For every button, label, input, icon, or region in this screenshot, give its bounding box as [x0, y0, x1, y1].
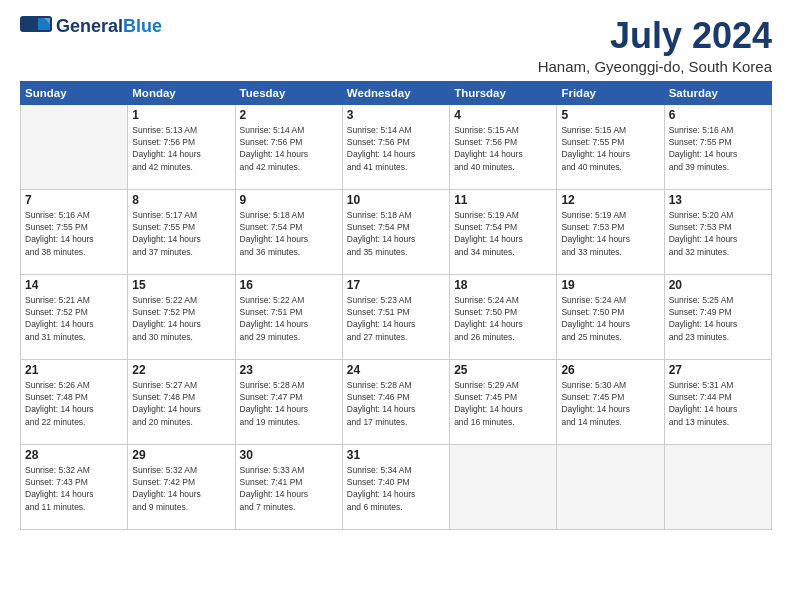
day-number: 2 [240, 108, 338, 122]
cell-info: Sunrise: 5:21 AM Sunset: 7:52 PM Dayligh… [25, 294, 123, 343]
col-sunday: Sunday [21, 81, 128, 104]
cell-info: Sunrise: 5:25 AM Sunset: 7:49 PM Dayligh… [669, 294, 767, 343]
calendar-cell: 27Sunrise: 5:31 AM Sunset: 7:44 PM Dayli… [664, 359, 771, 444]
cell-info: Sunrise: 5:15 AM Sunset: 7:55 PM Dayligh… [561, 124, 659, 173]
calendar-cell: 26Sunrise: 5:30 AM Sunset: 7:45 PM Dayli… [557, 359, 664, 444]
logo: GeneralBlue [20, 16, 162, 38]
cell-info: Sunrise: 5:24 AM Sunset: 7:50 PM Dayligh… [454, 294, 552, 343]
calendar-cell: 4Sunrise: 5:15 AM Sunset: 7:56 PM Daylig… [450, 104, 557, 189]
calendar-cell: 24Sunrise: 5:28 AM Sunset: 7:46 PM Dayli… [342, 359, 449, 444]
calendar-table: Sunday Monday Tuesday Wednesday Thursday… [20, 81, 772, 530]
calendar-cell [450, 444, 557, 529]
cell-info: Sunrise: 5:29 AM Sunset: 7:45 PM Dayligh… [454, 379, 552, 428]
calendar-cell: 29Sunrise: 5:32 AM Sunset: 7:42 PM Dayli… [128, 444, 235, 529]
day-number: 17 [347, 278, 445, 292]
cell-info: Sunrise: 5:16 AM Sunset: 7:55 PM Dayligh… [669, 124, 767, 173]
calendar-cell: 22Sunrise: 5:27 AM Sunset: 7:48 PM Dayli… [128, 359, 235, 444]
day-number: 15 [132, 278, 230, 292]
col-wednesday: Wednesday [342, 81, 449, 104]
day-number: 14 [25, 278, 123, 292]
day-number: 9 [240, 193, 338, 207]
day-number: 11 [454, 193, 552, 207]
cell-info: Sunrise: 5:19 AM Sunset: 7:54 PM Dayligh… [454, 209, 552, 258]
logo-text: GeneralBlue [56, 17, 162, 37]
calendar-header-row: Sunday Monday Tuesday Wednesday Thursday… [21, 81, 772, 104]
day-number: 7 [25, 193, 123, 207]
calendar-cell: 2Sunrise: 5:14 AM Sunset: 7:56 PM Daylig… [235, 104, 342, 189]
calendar-cell: 7Sunrise: 5:16 AM Sunset: 7:55 PM Daylig… [21, 189, 128, 274]
cell-info: Sunrise: 5:16 AM Sunset: 7:55 PM Dayligh… [25, 209, 123, 258]
cell-info: Sunrise: 5:32 AM Sunset: 7:42 PM Dayligh… [132, 464, 230, 513]
day-number: 27 [669, 363, 767, 377]
day-number: 31 [347, 448, 445, 462]
col-monday: Monday [128, 81, 235, 104]
calendar-cell: 9Sunrise: 5:18 AM Sunset: 7:54 PM Daylig… [235, 189, 342, 274]
calendar-cell: 28Sunrise: 5:32 AM Sunset: 7:43 PM Dayli… [21, 444, 128, 529]
location: Hanam, Gyeonggi-do, South Korea [538, 58, 772, 75]
calendar-week-2: 7Sunrise: 5:16 AM Sunset: 7:55 PM Daylig… [21, 189, 772, 274]
day-number: 28 [25, 448, 123, 462]
cell-info: Sunrise: 5:23 AM Sunset: 7:51 PM Dayligh… [347, 294, 445, 343]
calendar-cell: 16Sunrise: 5:22 AM Sunset: 7:51 PM Dayli… [235, 274, 342, 359]
calendar-cell: 11Sunrise: 5:19 AM Sunset: 7:54 PM Dayli… [450, 189, 557, 274]
col-tuesday: Tuesday [235, 81, 342, 104]
day-number: 16 [240, 278, 338, 292]
calendar-cell: 10Sunrise: 5:18 AM Sunset: 7:54 PM Dayli… [342, 189, 449, 274]
day-number: 25 [454, 363, 552, 377]
calendar-cell: 8Sunrise: 5:17 AM Sunset: 7:55 PM Daylig… [128, 189, 235, 274]
col-thursday: Thursday [450, 81, 557, 104]
cell-info: Sunrise: 5:24 AM Sunset: 7:50 PM Dayligh… [561, 294, 659, 343]
calendar-cell: 25Sunrise: 5:29 AM Sunset: 7:45 PM Dayli… [450, 359, 557, 444]
day-number: 24 [347, 363, 445, 377]
calendar-cell [21, 104, 128, 189]
cell-info: Sunrise: 5:18 AM Sunset: 7:54 PM Dayligh… [347, 209, 445, 258]
month-title: July 2024 [538, 16, 772, 56]
calendar-cell: 5Sunrise: 5:15 AM Sunset: 7:55 PM Daylig… [557, 104, 664, 189]
day-number: 22 [132, 363, 230, 377]
calendar-cell: 6Sunrise: 5:16 AM Sunset: 7:55 PM Daylig… [664, 104, 771, 189]
day-number: 23 [240, 363, 338, 377]
day-number: 5 [561, 108, 659, 122]
day-number: 20 [669, 278, 767, 292]
day-number: 29 [132, 448, 230, 462]
cell-info: Sunrise: 5:14 AM Sunset: 7:56 PM Dayligh… [240, 124, 338, 173]
calendar-cell: 15Sunrise: 5:22 AM Sunset: 7:52 PM Dayli… [128, 274, 235, 359]
calendar-cell: 23Sunrise: 5:28 AM Sunset: 7:47 PM Dayli… [235, 359, 342, 444]
cell-info: Sunrise: 5:31 AM Sunset: 7:44 PM Dayligh… [669, 379, 767, 428]
cell-info: Sunrise: 5:26 AM Sunset: 7:48 PM Dayligh… [25, 379, 123, 428]
cell-info: Sunrise: 5:28 AM Sunset: 7:46 PM Dayligh… [347, 379, 445, 428]
calendar-week-4: 21Sunrise: 5:26 AM Sunset: 7:48 PM Dayli… [21, 359, 772, 444]
header: GeneralBlue July 2024 Hanam, Gyeonggi-do… [20, 16, 772, 75]
calendar-cell: 17Sunrise: 5:23 AM Sunset: 7:51 PM Dayli… [342, 274, 449, 359]
cell-info: Sunrise: 5:17 AM Sunset: 7:55 PM Dayligh… [132, 209, 230, 258]
calendar-cell [557, 444, 664, 529]
day-number: 10 [347, 193, 445, 207]
cell-info: Sunrise: 5:33 AM Sunset: 7:41 PM Dayligh… [240, 464, 338, 513]
day-number: 19 [561, 278, 659, 292]
day-number: 3 [347, 108, 445, 122]
day-number: 6 [669, 108, 767, 122]
logo-general: General [56, 16, 123, 36]
day-number: 30 [240, 448, 338, 462]
cell-info: Sunrise: 5:32 AM Sunset: 7:43 PM Dayligh… [25, 464, 123, 513]
day-number: 4 [454, 108, 552, 122]
calendar-week-3: 14Sunrise: 5:21 AM Sunset: 7:52 PM Dayli… [21, 274, 772, 359]
calendar-cell: 20Sunrise: 5:25 AM Sunset: 7:49 PM Dayli… [664, 274, 771, 359]
calendar-cell: 14Sunrise: 5:21 AM Sunset: 7:52 PM Dayli… [21, 274, 128, 359]
cell-info: Sunrise: 5:19 AM Sunset: 7:53 PM Dayligh… [561, 209, 659, 258]
cell-info: Sunrise: 5:14 AM Sunset: 7:56 PM Dayligh… [347, 124, 445, 173]
col-saturday: Saturday [664, 81, 771, 104]
logo-icon [20, 16, 52, 38]
day-number: 26 [561, 363, 659, 377]
calendar-cell: 3Sunrise: 5:14 AM Sunset: 7:56 PM Daylig… [342, 104, 449, 189]
calendar-week-1: 1Sunrise: 5:13 AM Sunset: 7:56 PM Daylig… [21, 104, 772, 189]
cell-info: Sunrise: 5:30 AM Sunset: 7:45 PM Dayligh… [561, 379, 659, 428]
calendar-cell [664, 444, 771, 529]
cell-info: Sunrise: 5:22 AM Sunset: 7:52 PM Dayligh… [132, 294, 230, 343]
day-number: 1 [132, 108, 230, 122]
calendar-week-5: 28Sunrise: 5:32 AM Sunset: 7:43 PM Dayli… [21, 444, 772, 529]
calendar-cell: 13Sunrise: 5:20 AM Sunset: 7:53 PM Dayli… [664, 189, 771, 274]
logo-blue-text: Blue [123, 16, 162, 36]
calendar-cell: 21Sunrise: 5:26 AM Sunset: 7:48 PM Dayli… [21, 359, 128, 444]
calendar-cell: 19Sunrise: 5:24 AM Sunset: 7:50 PM Dayli… [557, 274, 664, 359]
